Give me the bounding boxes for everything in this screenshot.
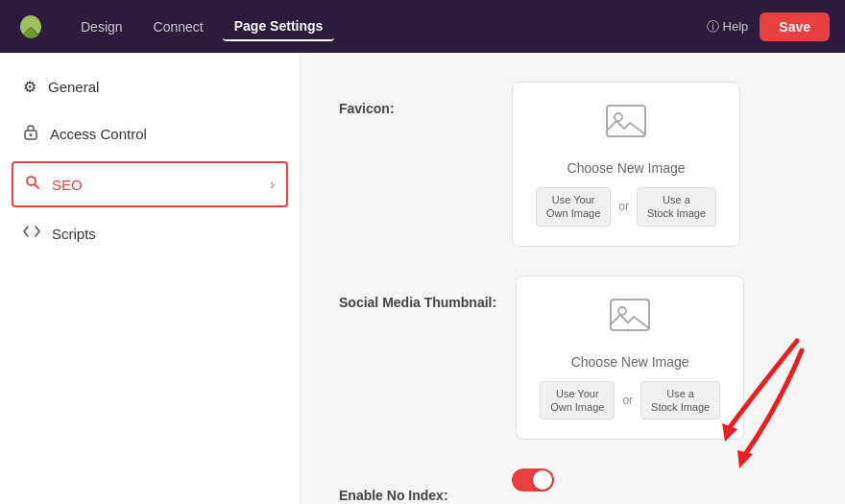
favicon-card-actions: Use Your Own Image or Use a Stock Image	[536, 187, 716, 227]
favicon-use-stock-button[interactable]: Use a Stock Image	[637, 187, 716, 227]
gear-icon: ⚙	[23, 78, 36, 96]
favicon-use-own-button[interactable]: Use Your Own Image	[536, 187, 611, 227]
main-layout: ⚙ General Access Control SEO ›	[0, 53, 845, 504]
search-icon	[25, 175, 40, 194]
sidebar-label-scripts: Scripts	[52, 226, 277, 242]
sidebar-item-seo[interactable]: SEO ›	[12, 161, 288, 207]
nav-links: Design Connect Page Settings	[69, 12, 684, 41]
sidebar: ⚙ General Access Control SEO ›	[0, 53, 301, 504]
sidebar-item-general[interactable]: ⚙ General	[0, 64, 300, 109]
nav-design[interactable]: Design	[69, 13, 134, 40]
lock-icon	[23, 123, 38, 144]
favicon-card: Choose New Image Use Your Own Image or U…	[512, 82, 740, 247]
social-image-placeholder-icon	[609, 296, 651, 343]
image-placeholder-icon	[605, 102, 647, 149]
top-nav: Design Connect Page Settings ⓘ Help Save	[0, 0, 845, 53]
toggle-knob	[533, 470, 552, 490]
nav-right: ⓘ Help Save	[707, 12, 830, 41]
sidebar-item-access-control[interactable]: Access Control	[0, 109, 300, 157]
nav-logo[interactable]	[15, 12, 46, 42]
nav-connect[interactable]: Connect	[142, 13, 215, 40]
content-area: Favicon: Choose New Image Use Your Own I…	[301, 53, 845, 504]
social-thumbnail-label: Social Media Thumbnail:	[339, 276, 496, 310]
help-circle-icon: ⓘ	[707, 18, 719, 36]
favicon-card-title: Choose New Image	[567, 160, 686, 176]
svg-rect-3	[607, 106, 645, 136]
social-thumbnail-row: Social Media Thumbnail: Choose New Image…	[339, 276, 807, 441]
favicon-label: Favicon:	[339, 82, 493, 116]
help-button[interactable]: ⓘ Help	[707, 18, 749, 36]
favicon-or-label: or	[618, 200, 629, 213]
no-index-label: Enable No Index:	[339, 468, 493, 503]
no-index-toggle-wrapper	[512, 468, 554, 492]
no-index-row: Enable No Index:	[339, 468, 807, 503]
svg-point-2	[27, 177, 36, 185]
social-use-stock-button[interactable]: Use a Stock Image	[640, 381, 720, 420]
sidebar-label-seo: SEO	[52, 177, 258, 193]
sidebar-label-general: General	[48, 79, 277, 95]
social-card-title: Choose New Image	[571, 354, 689, 370]
no-index-toggle[interactable]	[512, 468, 554, 492]
nav-page-settings[interactable]: Page Settings	[223, 12, 335, 41]
svg-marker-8	[737, 450, 753, 468]
social-card-actions: Use Your Own Image or Use a Stock Image	[540, 381, 720, 420]
social-or-label: or	[622, 394, 633, 407]
favicon-row: Favicon: Choose New Image Use Your Own I…	[339, 82, 807, 247]
svg-point-1	[30, 133, 33, 136]
sidebar-item-scripts[interactable]: Scripts	[0, 211, 300, 255]
svg-point-6	[618, 307, 626, 315]
code-icon	[23, 225, 40, 242]
svg-rect-5	[611, 300, 649, 330]
social-use-own-button[interactable]: Use Your Own Image	[540, 381, 615, 420]
svg-point-4	[615, 113, 622, 121]
chevron-right-icon: ›	[270, 177, 275, 192]
social-thumbnail-card: Choose New Image Use Your Own Image or U…	[516, 276, 744, 441]
sidebar-label-access-control: Access Control	[50, 126, 277, 142]
save-button[interactable]: Save	[760, 12, 830, 41]
